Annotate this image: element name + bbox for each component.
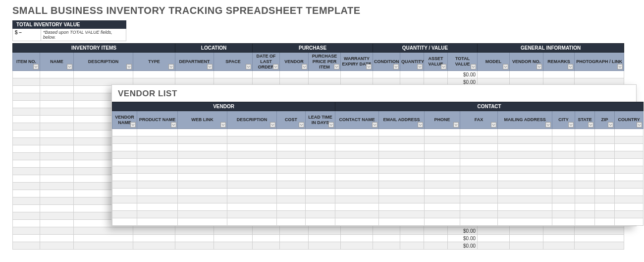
cell[interactable] [498,136,552,144]
cell[interactable] [40,190,74,197]
filter-dropdown-icon[interactable] [334,64,339,69]
cell[interactable] [510,71,543,78]
cell[interactable] [335,166,379,174]
cell[interactable] [460,196,498,203]
filter-dropdown-icon[interactable] [417,64,423,69]
cell[interactable] [335,129,379,136]
cell[interactable] [13,153,40,160]
cell[interactable] [575,166,595,174]
filter-dropdown-icon[interactable] [302,64,307,69]
cell[interactable] [112,203,137,211]
cell[interactable] [498,151,552,159]
cell[interactable] [40,160,74,168]
cell[interactable] [425,174,460,181]
cell[interactable] [137,159,178,166]
cell[interactable] [335,151,379,159]
cell[interactable] [277,203,306,211]
filter-dropdown-icon[interactable] [617,64,623,69]
cell[interactable] [306,159,335,166]
cell[interactable] [341,227,373,235]
cell[interactable] [137,174,178,181]
cell[interactable] [227,159,277,166]
cell[interactable] [40,235,74,242]
cell[interactable] [575,174,595,181]
cell[interactable] [400,235,424,242]
cell[interactable] [575,235,624,242]
cell[interactable] [552,136,575,144]
cell[interactable] [335,144,379,151]
cell[interactable] [460,151,498,159]
cell[interactable] [595,144,615,151]
cell[interactable] [306,151,335,159]
cell[interactable] [13,108,40,116]
cell[interactable] [178,181,227,189]
cell[interactable] [510,242,543,250]
cell[interactable] [510,227,543,235]
table-row[interactable] [112,218,644,226]
cell[interactable] [306,211,335,218]
cell[interactable] [400,71,424,78]
cell[interactable] [40,93,74,101]
cell[interactable] [595,189,615,196]
cell[interactable] [341,235,373,242]
cell[interactable] [460,189,498,196]
table-row[interactable] [112,211,644,218]
table-row[interactable]: $0.00 [13,242,624,250]
filter-dropdown-icon[interactable] [246,64,251,69]
cell[interactable] [178,151,227,159]
filter-dropdown-icon[interactable] [171,122,176,128]
cell[interactable] [277,144,306,151]
cell[interactable] [575,189,595,196]
cell[interactable] [335,189,379,196]
column-header[interactable]: VENDOR NO. [510,53,543,71]
cell[interactable] [552,203,575,211]
cell[interactable] [40,108,74,116]
filter-dropdown-icon[interactable] [568,64,573,69]
cell[interactable] [460,129,498,136]
cell[interactable] [595,181,615,189]
filter-dropdown-icon[interactable] [273,64,278,69]
cell[interactable] [460,144,498,151]
cell[interactable] [40,123,74,131]
filter-dropdown-icon[interactable] [637,122,642,128]
table-row[interactable] [112,136,644,144]
cell[interactable] [373,242,400,250]
filter-dropdown-icon[interactable] [453,122,459,128]
cell[interactable] [40,212,74,220]
cell[interactable] [133,235,175,242]
cell[interactable] [13,86,40,93]
cell[interactable] [498,144,552,151]
cell[interactable] [227,211,277,218]
cell[interactable] [306,174,335,181]
cell[interactable] [425,144,460,151]
cell[interactable] [133,242,175,250]
cell[interactable] [615,166,644,174]
cell[interactable] [214,71,253,78]
cell[interactable] [460,181,498,189]
cell[interactable] [309,227,341,235]
column-header[interactable]: CITY [552,111,575,129]
cell[interactable] [460,218,498,226]
cell[interactable] [498,203,552,211]
cell[interactable] [277,174,306,181]
cell[interactable] [40,86,74,93]
cell[interactable] [335,159,379,166]
cell[interactable] [335,211,379,218]
cell[interactable] [595,174,615,181]
cell[interactable] [309,235,341,242]
column-header[interactable]: PHOTOGRAPH / LINK [575,53,624,71]
cell[interactable] [253,242,280,250]
column-header[interactable]: CONTACT NAME [335,111,379,129]
cell[interactable] [575,203,595,211]
cell[interactable] [341,242,373,250]
column-header[interactable]: NAME [40,53,74,71]
column-header[interactable]: REMARKS [543,53,575,71]
cell[interactable] [277,181,306,189]
cell[interactable] [575,159,595,166]
cell[interactable] [575,151,595,159]
cell[interactable] [13,212,40,220]
cell[interactable] [400,227,424,235]
filter-dropdown-icon[interactable] [220,122,226,128]
column-header[interactable]: DESCRIPTION [227,111,277,129]
cell[interactable] [13,145,40,153]
